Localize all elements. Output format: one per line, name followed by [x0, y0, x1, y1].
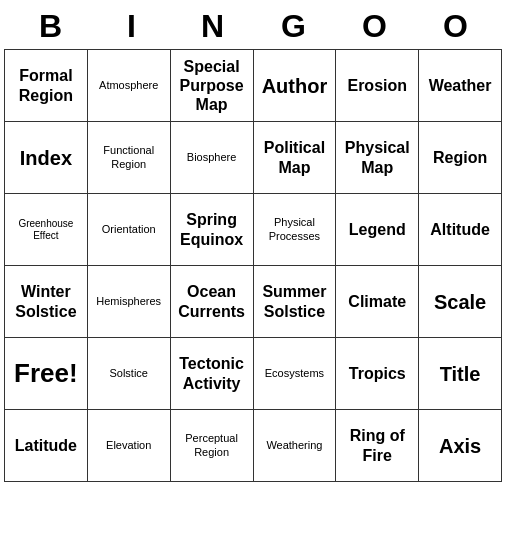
- cell-r3-c4: Climate: [336, 266, 419, 338]
- cell-r1-c0: Index: [5, 122, 88, 194]
- cell-r1-c1: Functional Region: [87, 122, 170, 194]
- bingo-letter-o: O: [334, 8, 415, 45]
- cell-r3-c1: Hemispheres: [87, 266, 170, 338]
- bingo-letter-o: O: [415, 8, 496, 45]
- cell-r5-c1: Elevation: [87, 410, 170, 482]
- cell-r2-c3: Physical Processes: [253, 194, 336, 266]
- cell-r4-c2: Tectonic Activity: [170, 338, 253, 410]
- cell-r1-c4: Physical Map: [336, 122, 419, 194]
- cell-r3-c5: Scale: [419, 266, 502, 338]
- cell-r0-c3: Author: [253, 50, 336, 122]
- cell-r5-c2: Perceptual Region: [170, 410, 253, 482]
- cell-r0-c4: Erosion: [336, 50, 419, 122]
- cell-r0-c5: Weather: [419, 50, 502, 122]
- cell-r5-c3: Weathering: [253, 410, 336, 482]
- bingo-grid: Formal RegionAtmosphereSpecial Purpose M…: [4, 49, 502, 482]
- cell-r2-c4: Legend: [336, 194, 419, 266]
- cell-r4-c5: Title: [419, 338, 502, 410]
- cell-r5-c0: Latitude: [5, 410, 88, 482]
- cell-r4-c4: Tropics: [336, 338, 419, 410]
- cell-r3-c3: Summer Solstice: [253, 266, 336, 338]
- cell-r0-c2: Special Purpose Map: [170, 50, 253, 122]
- cell-r2-c0: Greenhouse Effect: [5, 194, 88, 266]
- cell-r3-c0: Winter Solstice: [5, 266, 88, 338]
- cell-r1-c2: Biosphere: [170, 122, 253, 194]
- cell-r2-c5: Altitude: [419, 194, 502, 266]
- cell-r5-c5: Axis: [419, 410, 502, 482]
- cell-r4-c0: Free!: [5, 338, 88, 410]
- bingo-letter-b: B: [10, 8, 91, 45]
- cell-r2-c1: Orientation: [87, 194, 170, 266]
- bingo-letter-i: I: [91, 8, 172, 45]
- cell-r1-c3: Political Map: [253, 122, 336, 194]
- cell-r0-c0: Formal Region: [5, 50, 88, 122]
- cell-r1-c5: Region: [419, 122, 502, 194]
- cell-r5-c4: Ring of Fire: [336, 410, 419, 482]
- cell-r3-c2: Ocean Currents: [170, 266, 253, 338]
- cell-r2-c2: Spring Equinox: [170, 194, 253, 266]
- bingo-letter-g: G: [253, 8, 334, 45]
- cell-r0-c1: Atmosphere: [87, 50, 170, 122]
- cell-r4-c3: Ecosystems: [253, 338, 336, 410]
- cell-r4-c1: Solstice: [87, 338, 170, 410]
- bingo-letter-n: N: [172, 8, 253, 45]
- bingo-header: BINGOO: [0, 0, 506, 49]
